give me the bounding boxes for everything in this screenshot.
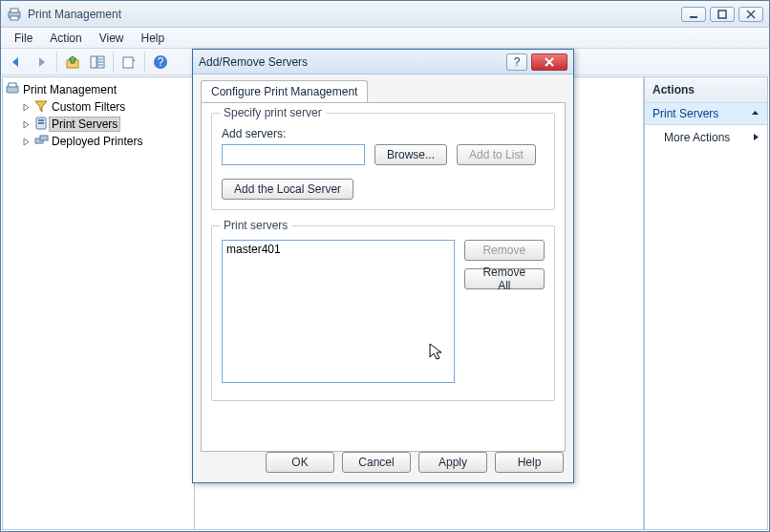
window-controls	[681, 7, 763, 22]
funnel-icon	[33, 98, 49, 117]
back-button[interactable]	[5, 51, 28, 74]
titlebar[interactable]: Print Management	[1, 1, 769, 28]
server-icon	[33, 116, 49, 134]
menubar: File Action View Help	[1, 28, 769, 49]
svg-text:?: ?	[158, 55, 164, 69]
ok-button[interactable]: OK	[266, 452, 334, 473]
tree-label: Print Servers	[49, 117, 120, 132]
minimize-button[interactable]	[681, 7, 706, 22]
browse-button[interactable]: Browse...	[374, 144, 447, 165]
remove-all-button[interactable]: Remove All	[464, 268, 545, 289]
svg-rect-19	[38, 119, 44, 121]
tree-print-servers[interactable]: Print Servers	[5, 116, 192, 133]
close-button[interactable]	[738, 7, 763, 22]
svg-rect-1	[11, 9, 18, 12]
tree-custom-filters[interactable]: Custom Filters	[5, 98, 192, 116]
help-button[interactable]: ?	[149, 51, 172, 74]
tree-root[interactable]: Print Management	[5, 81, 192, 98]
menu-file[interactable]: File	[7, 30, 40, 47]
apply-button[interactable]: Apply	[418, 452, 487, 473]
dialog-titlebar[interactable]: Add/Remove Servers ?	[193, 50, 573, 74]
dialog-close-button[interactable]	[531, 53, 567, 71]
list-item[interactable]: master401	[226, 243, 450, 256]
tree-label: Print Management	[20, 83, 119, 96]
svg-rect-17	[9, 83, 16, 87]
dialog-tabstrip: Configure Print Management	[193, 74, 573, 102]
actions-more-label: More Actions	[664, 131, 730, 144]
actions-pane: Actions Print Servers More Actions	[644, 76, 768, 530]
expand-icon[interactable]	[20, 136, 32, 147]
svg-rect-22	[40, 136, 48, 140]
add-servers-label: Add servers:	[222, 127, 545, 140]
menu-view[interactable]: View	[92, 30, 132, 47]
dialog-buttons: OK Cancel Apply Help	[266, 452, 564, 473]
chevron-right-icon	[753, 131, 759, 144]
group-label: Specify print server	[220, 106, 326, 119]
deployed-printers-icon	[33, 133, 49, 151]
actions-header: Actions	[645, 77, 767, 103]
svg-rect-4	[718, 11, 726, 18]
tab-configure[interactable]: Configure Print Management	[201, 80, 368, 102]
expand-icon[interactable]	[20, 118, 32, 130]
svg-text:?: ?	[514, 56, 521, 68]
window-title: Print Management	[28, 8, 681, 21]
dialog-body: Specify print server Add servers: Browse…	[201, 102, 566, 452]
remove-button[interactable]: Remove	[464, 240, 545, 261]
group-label: Print servers	[220, 219, 291, 232]
add-servers-input[interactable]	[222, 144, 365, 165]
tree-label: Deployed Printers	[49, 135, 145, 148]
menu-action[interactable]: Action	[42, 30, 89, 47]
tree-label: Custom Filters	[49, 100, 128, 114]
tree-deployed-printers[interactable]: Deployed Printers	[5, 133, 192, 150]
refresh-button[interactable]	[118, 51, 140, 74]
maximize-button[interactable]	[710, 7, 735, 22]
dialog-help-button[interactable]: Help	[495, 452, 564, 473]
svg-rect-13	[123, 57, 133, 68]
show-hide-tree-button[interactable]	[86, 51, 109, 74]
menu-help[interactable]: Help	[134, 30, 173, 47]
app-icon	[5, 81, 20, 99]
dialog-title: Add/Remove Servers	[199, 55, 506, 69]
main-window: Print Management File Action View Help ?…	[0, 0, 770, 532]
add-remove-servers-dialog: Add/Remove Servers ? Configure Print Man…	[192, 49, 574, 483]
add-to-list-button[interactable]: Add to List	[457, 144, 536, 165]
dialog-help-button[interactable]: ?	[506, 53, 527, 71]
actions-section-label: Print Servers	[652, 107, 718, 120]
group-print-servers: Print servers master401 Remove Remove Al…	[211, 225, 555, 401]
svg-rect-20	[38, 122, 44, 124]
group-specify-server: Specify print server Add servers: Browse…	[211, 113, 555, 210]
toolbar-separator	[144, 52, 145, 73]
servers-listbox[interactable]: master401	[222, 240, 455, 383]
tree-pane[interactable]: Print Management Custom Filters Print Se…	[2, 76, 195, 530]
forward-button[interactable]	[30, 51, 53, 74]
toolbar-separator	[113, 52, 114, 73]
cancel-button[interactable]: Cancel	[342, 452, 411, 473]
svg-rect-8	[91, 56, 96, 68]
collapse-icon	[751, 107, 759, 120]
svg-rect-2	[11, 16, 18, 20]
actions-section[interactable]: Print Servers	[645, 103, 767, 125]
add-local-server-button[interactable]: Add the Local Server	[222, 179, 353, 200]
expand-icon[interactable]	[20, 101, 32, 113]
actions-more[interactable]: More Actions	[645, 125, 767, 150]
up-button[interactable]	[61, 51, 84, 74]
toolbar-separator	[56, 52, 57, 73]
app-icon	[7, 7, 22, 22]
